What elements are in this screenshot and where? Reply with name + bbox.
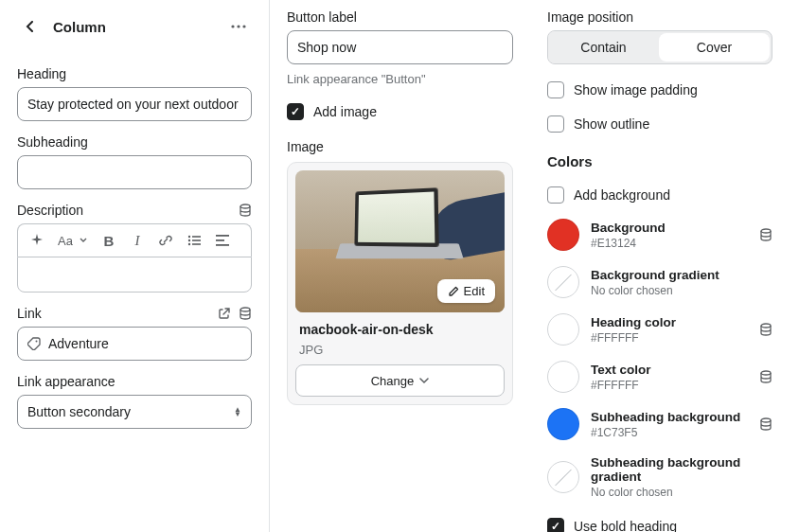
align-icon xyxy=(216,235,229,246)
button-label-label: Button label xyxy=(287,9,513,25)
image-filename: macbook-air-on-desk xyxy=(299,322,501,337)
svg-rect-10 xyxy=(216,235,229,237)
tag-icon xyxy=(27,337,41,350)
heading-input[interactable] xyxy=(17,87,252,121)
add-image-label: Add image xyxy=(313,104,377,119)
rte-toolbar: Aa B I xyxy=(17,223,252,257)
seg-contain[interactable]: Contain xyxy=(548,31,659,63)
select-updown-icon: ▲▼ xyxy=(234,407,241,417)
show-outline-checkbox[interactable] xyxy=(547,115,564,133)
svg-point-6 xyxy=(188,239,190,241)
text-swatch[interactable] xyxy=(547,361,579,393)
link-icon xyxy=(159,234,172,247)
panel-title: Column xyxy=(53,19,216,35)
database-icon xyxy=(759,323,772,336)
link-appearance-label: Link appearance xyxy=(17,374,252,389)
use-bold-heading-checkbox[interactable] xyxy=(547,518,564,532)
svg-rect-9 xyxy=(192,243,201,245)
color-row-subheading-grad: Subheading background gradient No color … xyxy=(547,455,772,499)
panel-image-colors: Image position Contain Cover Show image … xyxy=(530,0,799,532)
color-row-subheading-bg: Subheading background #1C73F5 xyxy=(547,408,772,440)
rte-link-button[interactable] xyxy=(152,228,179,253)
chevron-left-icon xyxy=(25,21,36,32)
edit-image-button[interactable]: Edit xyxy=(437,279,495,303)
svg-point-1 xyxy=(237,25,240,27)
heading-swatch[interactable] xyxy=(547,313,579,346)
rte-font-dropdown[interactable] xyxy=(77,228,90,253)
svg-point-17 xyxy=(761,371,771,375)
database-icon xyxy=(759,417,772,431)
svg-point-8 xyxy=(188,243,190,245)
subheading-input[interactable] xyxy=(17,155,252,189)
link-input[interactable]: Adventure xyxy=(17,327,252,361)
rte-ai-button[interactable] xyxy=(24,228,50,253)
show-image-padding-checkbox[interactable] xyxy=(547,81,564,98)
color-row-bg-gradient: Background gradient No color chosen xyxy=(547,266,772,298)
text-dynamic[interactable] xyxy=(759,370,772,383)
panel-header: Column xyxy=(17,0,252,53)
image-card: Edit macbook-air-on-desk JPG Change xyxy=(287,162,513,405)
image-preview: Edit xyxy=(295,170,505,312)
pencil-icon xyxy=(448,286,459,297)
svg-rect-11 xyxy=(216,239,224,241)
color-row-text: Text color #FFFFFF xyxy=(547,361,772,393)
open-link-button[interactable] xyxy=(218,307,231,320)
use-bold-heading-label: Use bold heading xyxy=(574,519,677,532)
color-row-background: Background #E13124 xyxy=(547,219,772,251)
rte-font-size-button[interactable]: Aa xyxy=(56,228,75,253)
image-position-label: Image position xyxy=(547,9,772,25)
subheading-label: Subheading xyxy=(17,134,252,150)
svg-rect-7 xyxy=(192,239,201,241)
svg-point-15 xyxy=(761,229,771,233)
background-swatch[interactable] xyxy=(547,219,579,251)
bg-gradient-swatch[interactable] xyxy=(547,266,579,298)
add-image-checkbox[interactable] xyxy=(287,103,304,120)
background-dynamic[interactable] xyxy=(759,228,772,241)
subheading-bg-swatch[interactable] xyxy=(547,408,579,440)
link-label: Link xyxy=(17,306,42,321)
svg-point-4 xyxy=(188,236,190,238)
image-section-label: Image xyxy=(287,139,513,154)
add-background-checkbox[interactable] xyxy=(547,186,564,204)
rte-list-button[interactable] xyxy=(181,228,207,253)
sparkle-icon xyxy=(30,234,44,247)
description-label: Description xyxy=(17,203,83,218)
bullet-list-icon xyxy=(187,235,201,246)
rte-italic-button[interactable]: I xyxy=(124,228,151,253)
rte-align-button[interactable] xyxy=(209,228,236,253)
change-image-button[interactable]: Change xyxy=(295,364,505,397)
svg-point-13 xyxy=(240,308,250,311)
link-appearance-value: Button secondary xyxy=(27,404,131,419)
subheading-bg-dynamic[interactable] xyxy=(759,417,772,431)
svg-point-0 xyxy=(231,25,234,27)
add-background-label: Add background xyxy=(574,187,670,203)
heading-label: Heading xyxy=(17,66,252,81)
rte-body[interactable] xyxy=(17,257,252,293)
seg-cover[interactable]: Cover xyxy=(659,33,770,62)
rich-text-editor: Aa B I xyxy=(17,223,252,293)
back-button[interactable] xyxy=(17,13,44,40)
svg-point-3 xyxy=(240,204,250,208)
more-actions-button[interactable] xyxy=(225,13,252,40)
show-outline-label: Show outline xyxy=(574,116,649,132)
svg-point-16 xyxy=(761,324,771,328)
heading-dynamic[interactable] xyxy=(759,323,772,336)
database-icon xyxy=(759,228,772,241)
database-icon xyxy=(239,307,252,320)
chevron-down-icon xyxy=(80,238,87,243)
more-horizontal-icon xyxy=(231,25,246,28)
svg-point-18 xyxy=(761,418,771,422)
button-label-input[interactable] xyxy=(287,30,513,64)
colors-section-title: Colors xyxy=(547,153,772,169)
link-value: Adventure xyxy=(48,336,241,351)
subheading-grad-swatch[interactable] xyxy=(547,461,579,493)
link-appearance-select[interactable]: Button secondary ▲▼ xyxy=(17,395,252,429)
panel-column-settings: Column Heading Subheading Description Aa… xyxy=(0,0,270,532)
svg-point-2 xyxy=(242,25,245,27)
show-image-padding-label: Show image padding xyxy=(574,82,698,98)
dynamic-source-button[interactable] xyxy=(239,204,252,217)
link-dynamic-source[interactable] xyxy=(239,307,252,320)
svg-point-14 xyxy=(36,341,38,343)
panel-button-image: Button label Link appearance "Button" Ad… xyxy=(270,0,530,532)
rte-bold-button[interactable]: B xyxy=(96,228,122,253)
